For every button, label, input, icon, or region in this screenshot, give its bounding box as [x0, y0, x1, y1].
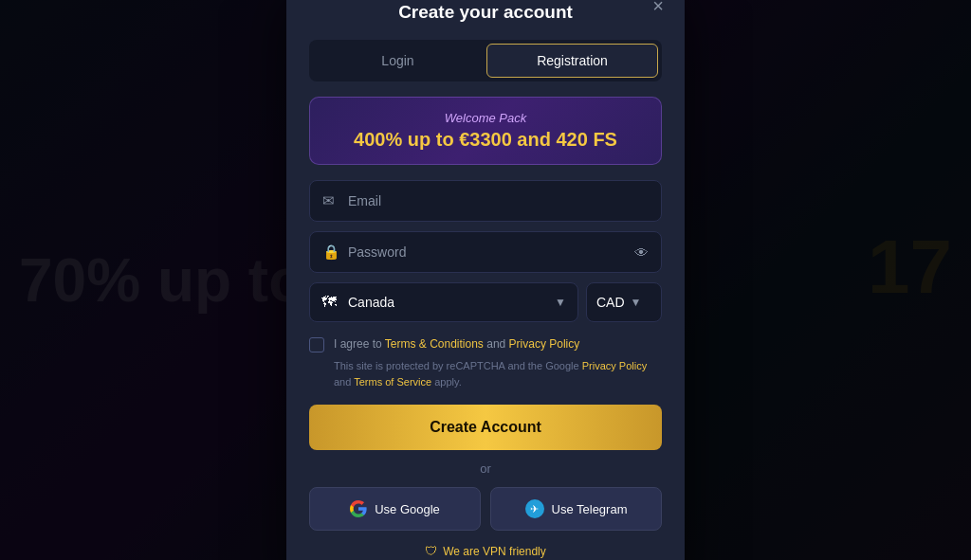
welcome-pack-label: Welcome Pack: [329, 111, 642, 125]
currency-value: CAD: [596, 295, 625, 310]
google-button[interactable]: Use Google: [309, 487, 481, 531]
telegram-button[interactable]: ✈ Use Telegram: [490, 487, 662, 531]
terms-row: I agree to Terms & Conditions and Privac…: [309, 335, 662, 389]
country-currency-row: 🗺 Canada ▼ CAD ▼: [309, 282, 662, 322]
auth-tabs: Login Registration: [309, 40, 662, 81]
google-icon: [350, 500, 367, 517]
create-account-button[interactable]: Create Account: [309, 405, 662, 450]
password-group: 🔒 👁: [309, 231, 662, 273]
currency-chevron-icon: ▼: [631, 296, 642, 309]
terms-text: I agree to Terms & Conditions and Privac…: [334, 335, 662, 352]
country-select[interactable]: 🗺 Canada ▼: [309, 282, 578, 322]
country-flag-icon: 🗺: [321, 294, 337, 311]
modal-title: Create your account: [309, 2, 662, 23]
vpn-friendly-row: 🛡 We are VPN friendly: [309, 544, 662, 558]
lock-icon: 🔒: [322, 244, 340, 261]
modal-overlay: Create your account × Login Registration…: [0, 0, 971, 560]
country-name: Canada: [348, 295, 394, 310]
modal-header: Create your account: [309, 2, 662, 23]
country-chevron-icon: ▼: [555, 296, 566, 309]
tab-registration[interactable]: Registration: [486, 44, 658, 78]
password-input[interactable]: [309, 231, 662, 273]
telegram-icon: ✈: [525, 499, 544, 518]
welcome-banner: Welcome Pack 400% up to €3300 and 420 FS: [309, 97, 662, 165]
recaptcha-privacy-link[interactable]: Privacy Policy: [582, 360, 647, 371]
close-button[interactable]: ×: [647, 0, 669, 17]
email-group: ✉: [309, 180, 662, 222]
social-buttons-row: Use Google ✈ Use Telegram: [309, 487, 662, 531]
registration-modal: Create your account × Login Registration…: [286, 0, 685, 560]
terms-section: I agree to Terms & Conditions and Privac…: [309, 335, 662, 389]
currency-select[interactable]: CAD ▼: [586, 282, 662, 322]
terms-conditions-link[interactable]: Terms & Conditions: [385, 337, 484, 351]
tab-login[interactable]: Login: [313, 44, 483, 78]
welcome-pack-value: 400% up to €3300 and 420 FS: [329, 129, 642, 151]
email-input[interactable]: [309, 180, 662, 222]
recaptcha-text: This site is protected by reCAPTCHA and …: [334, 358, 662, 389]
email-icon: ✉: [322, 192, 335, 209]
google-button-label: Use Google: [375, 502, 440, 516]
telegram-button-label: Use Telegram: [552, 502, 628, 516]
eye-icon[interactable]: 👁: [634, 244, 649, 261]
terms-checkbox[interactable]: [309, 337, 324, 352]
privacy-policy-link[interactable]: Privacy Policy: [509, 337, 580, 351]
recaptcha-terms-link[interactable]: Terms of Service: [354, 376, 431, 388]
or-divider: or: [309, 461, 662, 476]
shield-icon: 🛡: [425, 544, 437, 558]
vpn-friendly-label: We are VPN friendly: [443, 545, 546, 558]
